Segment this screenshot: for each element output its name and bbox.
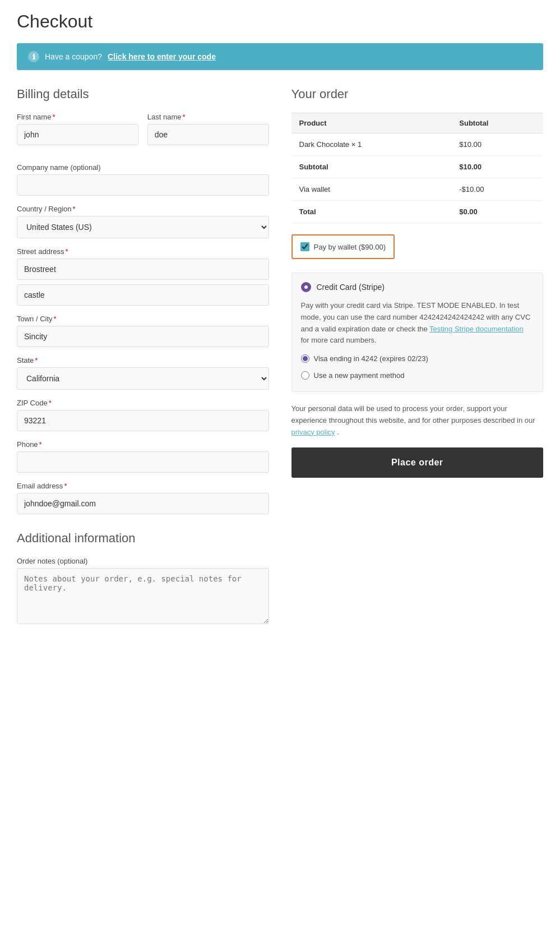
new-payment-label: Use a new payment method [314,371,405,380]
state-label: State* [17,356,269,364]
item-name: Dark Chocolate × 1 [291,133,452,156]
zip-label: ZIP Code* [17,399,269,407]
total-label: Total [291,201,452,223]
payment-section: Credit Card (Stripe) Pay with your credi… [291,273,544,392]
table-row: Dark Chocolate × 1 $10.00 [291,133,544,156]
country-label: Country / Region* [17,205,269,213]
phone-label: Phone* [17,440,269,449]
stripe-docs-link[interactable]: Testing Stripe documentation [429,325,524,333]
first-name-input[interactable] [17,124,138,145]
new-payment-radio[interactable] [301,371,309,380]
country-select[interactable]: United States (US) [17,216,269,238]
order-section: Your order Product Subtotal Dark Chocola… [291,87,544,635]
total-value: $0.00 [451,201,543,223]
billing-section: Billing details First name* Last name* C… [17,87,269,635]
saved-card-option[interactable]: Visa ending in 4242 (expires 02/23) [301,354,534,363]
place-order-button[interactable]: Place order [291,447,544,478]
phone-input[interactable] [17,451,269,473]
company-label: Company name (optional) [17,163,269,172]
notes-group: Order notes (optional) [17,557,269,626]
additional-title: Additional information [17,531,269,546]
subtotal-col-header: Subtotal [451,113,543,133]
street-input[interactable] [17,259,269,280]
last-name-label: Last name* [147,113,269,121]
product-col-header: Product [291,113,452,133]
billing-title: Billing details [17,87,269,101]
company-input[interactable] [17,174,269,196]
payment-radio-selected[interactable] [301,282,311,292]
city-label: Town / City* [17,315,269,323]
wallet-label: Via wallet [291,178,452,201]
phone-group: Phone* [17,440,269,473]
email-group: Email address* [17,482,269,514]
privacy-note: Your personal data will be used to proce… [291,403,544,438]
saved-card-label: Visa ending in 4242 (expires 02/23) [314,354,428,363]
street2-input[interactable] [17,284,269,306]
city-group: Town / City* [17,315,269,347]
last-name-group: Last name* [147,113,269,145]
subtotal-label: Subtotal [291,156,452,178]
first-name-group: First name* [17,113,138,145]
payment-method-label: Credit Card (Stripe) [317,283,385,292]
pay-wallet-checkbox[interactable] [300,242,309,251]
email-label: Email address* [17,482,269,490]
city-input[interactable] [17,326,269,347]
payment-method-header: Credit Card (Stripe) [301,282,534,292]
state-group: State* California [17,356,269,390]
subtotal-row: Subtotal $10.00 [291,156,544,178]
last-name-input[interactable] [147,124,269,145]
wallet-row: Via wallet -$10.00 [291,178,544,201]
total-row: Total $0.00 [291,201,544,223]
main-layout: Billing details First name* Last name* C… [17,87,543,635]
street-group: Street address* [17,247,269,306]
wallet-value: -$10.00 [451,178,543,201]
saved-cards: Visa ending in 4242 (expires 02/23) Use … [301,354,534,382]
additional-section: Additional information Order notes (opti… [17,531,269,626]
order-title: Your order [291,87,544,101]
pay-wallet-label: Pay by wallet ($90.00) [314,243,386,251]
footer-section: Your personal data will be used to proce… [291,403,544,477]
first-name-label: First name* [17,113,138,121]
zip-group: ZIP Code* [17,399,269,431]
item-price: $10.00 [451,133,543,156]
zip-input[interactable] [17,410,269,431]
company-group: Company name (optional) [17,163,269,196]
street-label: Street address* [17,247,269,256]
new-payment-option[interactable]: Use a new payment method [301,371,534,380]
state-select[interactable]: California [17,367,269,390]
order-table: Product Subtotal Dark Chocolate × 1 $10.… [291,113,544,223]
saved-card-radio[interactable] [301,354,309,363]
notes-input[interactable] [17,568,269,624]
notes-label: Order notes (optional) [17,557,269,565]
email-input[interactable] [17,493,269,514]
pay-wallet-box[interactable]: Pay by wallet ($90.00) [291,234,395,259]
payment-description: Pay with your credit card via Stripe. TE… [301,300,534,347]
info-icon: ℹ [28,51,39,62]
page-title: Checkout [17,11,543,32]
subtotal-value: $10.00 [451,156,543,178]
coupon-banner: ℹ Have a coupon? Click here to enter you… [17,43,543,70]
coupon-text: Have a coupon? [45,52,102,61]
privacy-policy-link[interactable]: privacy policy [291,428,335,436]
coupon-link[interactable]: Click here to enter your code [108,52,216,61]
country-group: Country / Region* United States (US) [17,205,269,238]
name-row: First name* Last name* [17,113,269,154]
